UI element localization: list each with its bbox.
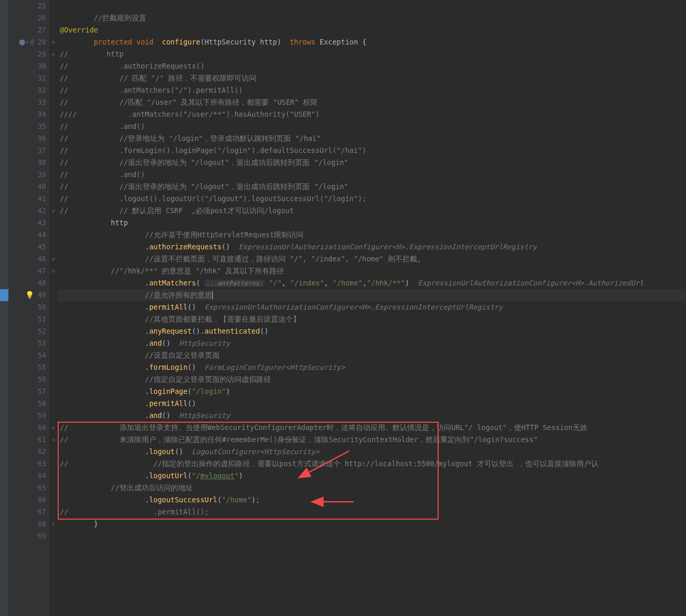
marker-bar xyxy=(0,0,8,616)
code-line[interactable]: protected void configure(HttpSecurity ht… xyxy=(58,36,686,48)
line-number[interactable]: 34 xyxy=(8,108,46,120)
line-number[interactable]: 37 xyxy=(8,145,46,157)
code-editor: 252627⬤↑@2829303132333435363738394041424… xyxy=(0,0,686,616)
code-line[interactable]: //设置不拦截页面，可直接通过，路径访问 "/", "/index", "/ho… xyxy=(58,253,686,265)
line-number[interactable]: 57 xyxy=(8,386,46,398)
code-line[interactable]: // .authorizeRequests() xyxy=(58,60,686,72)
code-line[interactable]: //"/hhk/**" 的意思是 "/hhk" 及其以下所有路径 xyxy=(58,265,686,277)
line-number[interactable]: 25 xyxy=(8,0,46,12)
code-line[interactable]: @Override xyxy=(58,24,686,36)
code-line[interactable]: // //登录地址为 "/login"，登录成功默认跳转到页面 "/hai" xyxy=(58,133,686,145)
line-number[interactable]: 65 xyxy=(8,482,46,494)
line-number[interactable]: 68 xyxy=(8,518,46,530)
code-line[interactable]: .logout() LogoutConfigurer<HttpSecurity> xyxy=(58,446,686,458)
line-number[interactable]: 30 xyxy=(8,60,46,72)
line-number[interactable]: 40 xyxy=(8,181,46,193)
code-line[interactable]: // http xyxy=(58,48,686,60)
line-number[interactable]: 55 xyxy=(8,361,46,373)
code-line[interactable]: .permitAll() xyxy=(58,398,686,410)
code-line[interactable]: .permitAll() ExpressionUrlAuthorizationC… xyxy=(58,301,686,313)
line-number[interactable]: 46 xyxy=(8,253,46,265)
code-line[interactable]: } xyxy=(58,518,686,530)
line-number[interactable]: 43 xyxy=(8,217,46,229)
line-number[interactable]: 36 xyxy=(8,133,46,145)
code-area[interactable]: //拦截规则设置@Override protected void configu… xyxy=(58,0,686,616)
code-line[interactable] xyxy=(58,542,686,554)
line-number[interactable]: 56 xyxy=(8,373,46,386)
code-line[interactable]: // .logout().logoutUrl("/logout").logout… xyxy=(58,193,686,205)
line-number[interactable]: 45 xyxy=(8,241,46,253)
line-number[interactable]: 💡49 xyxy=(8,289,46,301)
line-number[interactable]: 60 xyxy=(8,422,46,434)
line-number[interactable]: 67 xyxy=(8,506,46,518)
line-number[interactable]: 33 xyxy=(8,96,46,108)
code-line[interactable]: //其他页面都要拦截，【需要在最后设置这个】 xyxy=(58,313,686,325)
code-line[interactable]: .formLogin() FormLoginConfigurer<HttpSec… xyxy=(58,361,686,373)
code-line[interactable]: // //匹配 "/user" 及其以下所有路径，都需要 "USER" 权限 xyxy=(58,96,686,108)
line-number[interactable]: 64 xyxy=(8,470,46,482)
line-number[interactable]: 51 xyxy=(8,313,46,325)
line-number[interactable]: 32 xyxy=(8,84,46,96)
code-line[interactable]: // 来清除用户，清除已配置的任何#rememberMe()身份验证，清除Sec… xyxy=(58,434,686,446)
code-line[interactable]: .loginPage("/login") xyxy=(58,386,686,398)
line-number[interactable]: 69 xyxy=(8,530,46,542)
code-line[interactable]: // .formLogin().loginPage("/login").defa… xyxy=(58,145,686,157)
code-line[interactable]: // //退出登录的地址为 "/logout"，退出成功后跳转到页面 "/log… xyxy=(58,181,686,193)
code-line[interactable]: //指定自定义登录页面的访问虚拟路径 xyxy=(58,373,686,386)
code-line[interactable]: http xyxy=(58,217,686,229)
line-number[interactable]: 50 xyxy=(8,301,46,313)
line-number[interactable]: 35 xyxy=(8,120,46,133)
code-line[interactable]: .logoutUrl("/mylogout") xyxy=(58,470,686,482)
line-number[interactable]: 53 xyxy=(8,337,46,349)
line-number[interactable]: 42 xyxy=(8,205,46,217)
code-line[interactable]: // // 默认启用 CSRF ,必须post才可以访问/logout xyxy=(58,205,686,217)
line-number[interactable] xyxy=(8,542,46,554)
code-line[interactable]: .antMatchers( ...antPatterns: "/", "/ind… xyxy=(58,277,686,289)
line-number[interactable]: 66 xyxy=(8,494,46,506)
line-number[interactable]: 41 xyxy=(8,193,46,205)
code-line[interactable] xyxy=(58,530,686,542)
line-number[interactable]: 59 xyxy=(8,410,46,422)
code-line[interactable]: //允许基于使用HttpServletRequest限制访问 xyxy=(58,229,686,241)
code-line[interactable]: //登出成功后访问的地址 xyxy=(58,482,686,494)
code-line[interactable]: //// .antMatchers("/user/**").hasAuthori… xyxy=(58,108,686,120)
line-number[interactable]: 26 xyxy=(8,12,46,24)
code-line[interactable]: .logoutSuccessUrl("/home"); xyxy=(58,494,686,506)
code-line[interactable]: // //指定的登出操作的虚拟路径，需要以post方式请求这个 http://l… xyxy=(58,458,686,470)
line-number[interactable]: 61 xyxy=(8,434,46,446)
line-number[interactable]: 54 xyxy=(8,349,46,361)
code-line[interactable]: .and() HttpSecurity xyxy=(58,337,686,349)
code-line[interactable]: .and() HttpSecurity xyxy=(58,410,686,422)
code-line[interactable]: //设置自定义登录页面 xyxy=(58,349,686,361)
code-line[interactable]: // //退出登录的地址为 "/logout"，退出成功后跳转到页面 "/log… xyxy=(58,157,686,169)
line-number[interactable]: 52 xyxy=(8,325,46,337)
code-line[interactable]: // // 匹配 "/" 路径，不需要权限即可访问 xyxy=(58,72,686,84)
gutter[interactable]: 252627⬤↑@2829303132333435363738394041424… xyxy=(8,0,49,616)
code-line[interactable]: // .and() xyxy=(58,169,686,181)
line-number[interactable]: 62 xyxy=(8,446,46,458)
line-number[interactable]: 29 xyxy=(8,48,46,60)
line-number[interactable]: 63 xyxy=(8,458,46,470)
fold-column[interactable]: ⊖⊖⊖⊖⊖⊖⊖⌊ xyxy=(49,0,58,616)
code-line[interactable]: // .antMatchers("/").permitAll() xyxy=(58,84,686,96)
code-line[interactable]: // .and() xyxy=(58,120,686,133)
line-number[interactable]: 31 xyxy=(8,72,46,84)
code-line[interactable]: //拦截规则设置 xyxy=(58,12,686,24)
line-number[interactable]: 48 xyxy=(8,277,46,289)
code-line[interactable] xyxy=(58,0,686,12)
code-line[interactable]: .authorizeRequests() ExpressionUrlAuthor… xyxy=(58,241,686,253)
line-number[interactable]: ⬤↑@28 xyxy=(8,36,46,48)
code-line[interactable]: // .permitAll(); xyxy=(58,506,686,518)
code-line[interactable]: //是允许所有的意思 xyxy=(58,289,686,301)
line-number[interactable]: 47 xyxy=(8,265,46,277)
code-line[interactable]: // 添加退出登录支持。当使用WebSecurityConfigurerAdap… xyxy=(58,422,686,434)
line-number[interactable]: 39 xyxy=(8,169,46,181)
line-number[interactable]: 27 xyxy=(8,24,46,36)
line-number[interactable]: 58 xyxy=(8,398,46,410)
intention-bulb-icon[interactable]: 💡 xyxy=(25,289,34,301)
line-number[interactable]: 38 xyxy=(8,157,46,169)
code-line[interactable]: .anyRequest().authenticated() xyxy=(58,325,686,337)
line-number[interactable]: 44 xyxy=(8,229,46,241)
